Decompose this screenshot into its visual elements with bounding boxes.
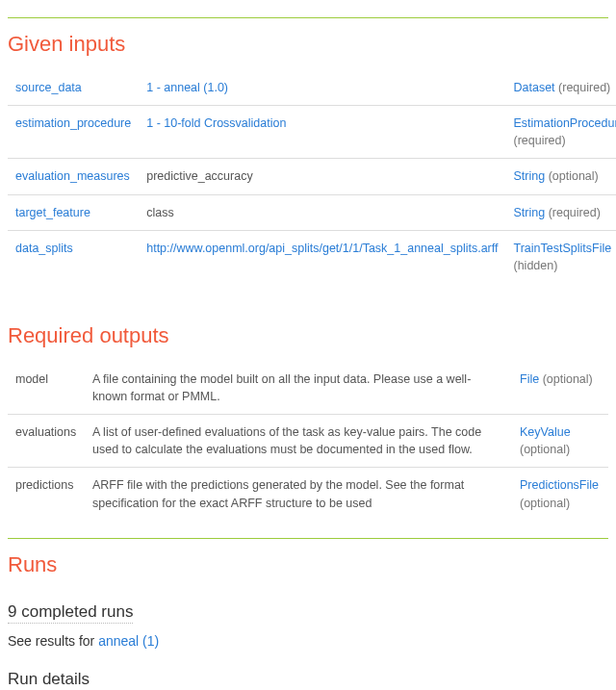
outputs-table: modelA file containing the model built o… — [8, 362, 608, 521]
input-value-link[interactable]: 1 - 10-fold Crossvalidation — [146, 116, 286, 130]
output-desc: ARFF file with the predictions generated… — [92, 478, 464, 509]
input-value: predictive_accuracy — [146, 169, 252, 183]
table-row: data_splitshttp://www.openml.org/api_spl… — [8, 230, 616, 283]
required-outputs-heading: Required outputs — [8, 323, 608, 348]
inputs-table: source_data1 - anneal (1.0)Dataset (requ… — [8, 70, 616, 283]
table-row: modelA file containing the model built o… — [8, 362, 608, 415]
input-value-link[interactable]: 1 - anneal (1.0) — [146, 81, 228, 94]
output-type-link[interactable]: KeyValue — [520, 425, 571, 439]
divider-top — [8, 17, 608, 18]
output-desc: A list of user-defined evaluations of th… — [92, 425, 481, 456]
output-name: evaluations — [15, 425, 76, 439]
input-name-link[interactable]: target_feature — [15, 206, 90, 219]
input-flag: (required) — [549, 206, 601, 219]
input-flag: (required) — [558, 81, 610, 94]
see-results-prefix: See results for — [8, 633, 98, 649]
input-value: class — [146, 206, 173, 219]
output-flag: (optional) — [520, 497, 570, 510]
output-type-link[interactable]: PredictionsFile — [520, 478, 599, 492]
input-type-link[interactable]: String — [513, 206, 545, 219]
input-type-link[interactable]: EstimationProcedure — [513, 116, 616, 130]
output-name: predictions — [15, 478, 73, 492]
output-desc: A file containing the model built on all… — [92, 372, 471, 403]
completed-runs-label: 9 completed runs — [8, 602, 133, 624]
input-type-link[interactable]: TrainTestSplitsFile — [513, 242, 611, 255]
table-row: predictionsARFF file with the prediction… — [8, 468, 608, 521]
input-flag: (optional) — [549, 169, 599, 183]
output-flag: (optional) — [520, 443, 570, 456]
input-name-link[interactable]: data_splits — [15, 242, 73, 255]
input-value-link[interactable]: http://www.openml.org/api_splits/get/1/1… — [146, 242, 498, 255]
run-details-label: Run details — [8, 670, 90, 690]
table-row: target_featureclassString (required) — [8, 194, 616, 230]
output-flag: (optional) — [543, 372, 593, 386]
table-row: estimation_procedure1 - 10-fold Crossval… — [8, 106, 616, 159]
output-name: model — [15, 372, 48, 386]
given-inputs-heading: Given inputs — [8, 32, 608, 57]
table-row: source_data1 - anneal (1.0)Dataset (requ… — [8, 70, 616, 106]
input-name-link[interactable]: evaluation_measures — [15, 169, 130, 183]
table-row: evaluationsA list of user-defined evalua… — [8, 415, 608, 468]
runs-heading: Runs — [8, 552, 608, 577]
input-type-link[interactable]: Dataset — [513, 81, 554, 94]
see-results-link[interactable]: anneal (1) — [98, 633, 159, 649]
input-name-link[interactable]: estimation_procedure — [15, 116, 131, 130]
divider-runs — [8, 538, 608, 539]
input-flag: (hidden) — [513, 259, 557, 272]
input-flag: (required) — [513, 134, 565, 147]
input-name-link[interactable]: source_data — [15, 81, 82, 94]
output-type-link[interactable]: File — [520, 372, 539, 386]
table-row: evaluation_measurespredictive_accuracySt… — [8, 159, 616, 194]
see-results-line: See results for anneal (1) — [8, 633, 608, 649]
input-type-link[interactable]: String — [513, 169, 545, 183]
